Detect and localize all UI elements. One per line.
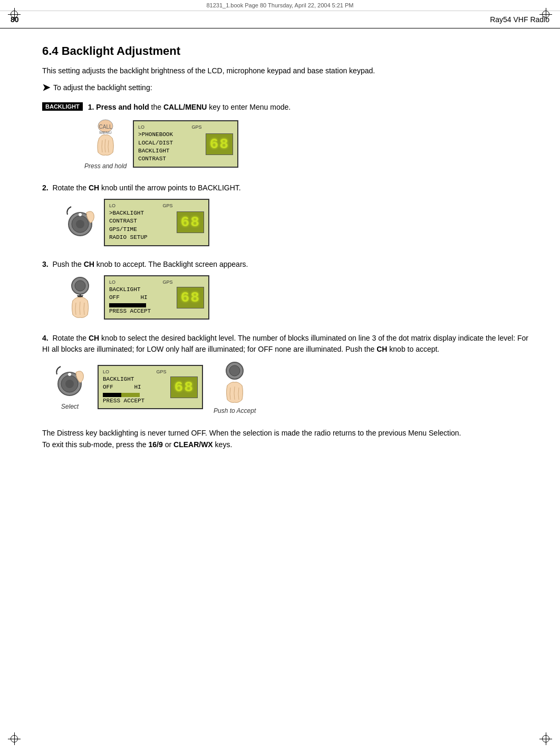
step-3-header: 3. Push the CH knob to accept. The Backl… [42, 259, 528, 270]
knob-rotate-group [63, 204, 98, 241]
step-3-illustration: LOGPS BACKLIGHT OFF HI PRESS ACCEPT 68 [63, 275, 528, 320]
svg-text:MENU: MENU [99, 130, 112, 135]
progress-bar-partial [103, 393, 140, 397]
seven-seg-2: 68 [177, 211, 204, 233]
reg-mark-tl [8, 8, 21, 21]
step-1-badge: BACKLIGHT [42, 102, 83, 111]
step-1-text: 1. Press and hold the CALL/MENU key to e… [88, 102, 291, 113]
select-label: Select [61, 403, 79, 410]
svg-point-12 [65, 380, 74, 388]
push-hand-icon [63, 275, 98, 320]
hand-hold-group: CALL MENU Press and hold [84, 118, 127, 170]
press-hold-label: Press and hold [84, 162, 127, 170]
lcd-indicators-1: LOGPS [138, 124, 201, 130]
push-to-accept-label: Push to Accept [214, 407, 256, 414]
step-2-illustration: LOGPS >BACKLIGHT CONTRAST GPS/TIME RADIO… [63, 199, 528, 246]
step-4: 4. Rotate the CH knob to select the desi… [42, 333, 528, 414]
step-2-text: 2. Rotate the CH knob until the arrow po… [42, 182, 241, 194]
lcd-indicators-2: LOGPS [109, 203, 172, 208]
step-3: 3. Push the CH knob to accept. The Backl… [42, 259, 528, 320]
arrow-instruction: ➤ To adjust the backlight setting: [42, 82, 528, 93]
knob-rotate-icon [63, 204, 98, 241]
book-info: 81231_1.book Page 80 Thursday, April 22,… [0, 0, 560, 11]
reg-mark-tr [539, 8, 552, 21]
lcd-indicators-3: LOGPS [109, 279, 172, 285]
reg-mark-br [539, 732, 552, 745]
step-2-header: 2. Rotate the CH knob until the arrow po… [42, 182, 528, 194]
lcd-text-1: >PHONEBOOK LOCAL/DIST BACKLIGHT CONTRAST [138, 131, 201, 163]
step-4-illustration: Select LOGPS BACKLIGHT OFF HI PRESS ACCE… [53, 360, 528, 414]
main-content: 6.4 Backlight Adjustment This setting ad… [0, 28, 560, 466]
intro-text: This setting adjusts the backlight brigh… [42, 65, 528, 76]
step-3-text: 3. Push the CH knob to accept. The Backl… [42, 259, 248, 270]
step-3-lcd: LOGPS BACKLIGHT OFF HI PRESS ACCEPT 68 [104, 275, 209, 320]
step-4-text: 4. Rotate the CH knob to select the desi… [42, 333, 528, 355]
progress-bar-full [109, 303, 146, 307]
section-heading: 6.4 Backlight Adjustment [42, 44, 528, 58]
reg-mark-bl [8, 732, 21, 745]
svg-text:CALL: CALL [99, 124, 112, 130]
seven-seg-1: 68 [206, 133, 233, 155]
step-2-lcd: LOGPS >BACKLIGHT CONTRAST GPS/TIME RADIO… [104, 199, 209, 246]
push-hand-group [63, 275, 98, 320]
step-1-illustration: CALL MENU Press and hold LOGPS [84, 118, 528, 170]
lcd-indicators-4: LOGPS [103, 369, 166, 374]
select-knob-icon [53, 364, 87, 401]
footer-paragraph-1: The Distress key backlighting is never t… [42, 427, 528, 439]
seven-seg-4: 68 [170, 376, 198, 398]
svg-point-15 [229, 365, 240, 376]
svg-point-8 [75, 281, 85, 291]
lcd-text-4: BACKLIGHT OFF HI PRESS ACCEPT [103, 375, 166, 405]
footer-paragraph-2: To exit this sub-mode, press the 16/9 or… [42, 439, 528, 450]
step-2: 2. Rotate the CH knob until the arrow po… [42, 182, 528, 246]
svg-point-6 [79, 213, 82, 216]
hand-hold-icon: CALL MENU [89, 118, 123, 160]
lcd-text-2: >BACKLIGHT CONTRAST GPS/TIME RADIO SETUP [109, 209, 172, 242]
arrow-icon: ➤ [42, 82, 50, 93]
step-1: BACKLIGHT 1. Press and hold the CALL/MEN… [42, 102, 528, 170]
step-4-lcd: LOGPS BACKLIGHT OFF HI PRESS ACCEPT 68 [98, 365, 203, 409]
seven-seg-3: 68 [177, 287, 204, 308]
step-4-header: 4. Rotate the CH knob to select the desi… [42, 333, 528, 355]
push-accept-icon [218, 360, 252, 405]
push-accept-group: Push to Accept [214, 360, 256, 414]
page-header: 80 Ray54 VHF Radio [0, 11, 560, 28]
footer-text: The Distress key backlighting is never t… [42, 427, 528, 451]
svg-point-5 [76, 220, 84, 228]
select-knob-group: Select [53, 364, 87, 410]
step-1-lcd: LOGPS >PHONEBOOK LOCAL/DIST BACKLIGHT CO… [133, 120, 238, 168]
step-1-header: BACKLIGHT 1. Press and hold the CALL/MEN… [42, 102, 528, 113]
svg-point-13 [68, 373, 71, 376]
lcd-text-3: BACKLIGHT OFF HI PRESS ACCEPT [109, 286, 172, 315]
